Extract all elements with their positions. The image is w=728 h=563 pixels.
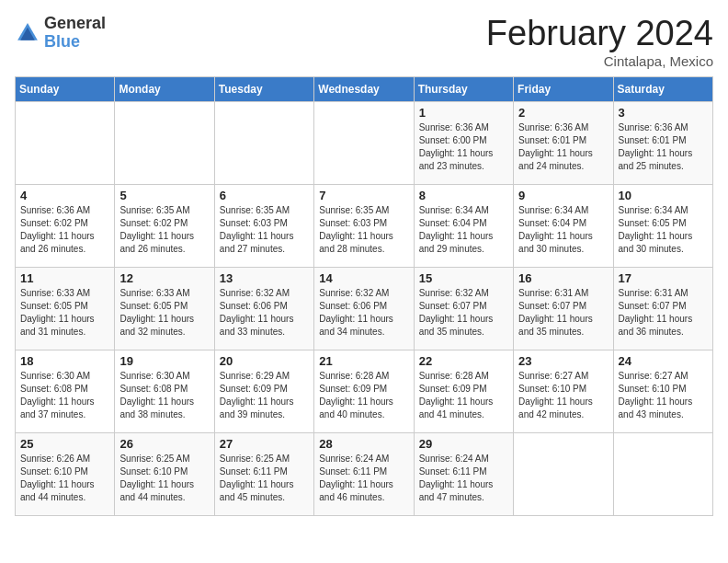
calendar-cell: 19Sunrise: 6:30 AM Sunset: 6:08 PM Dayli…: [115, 350, 214, 432]
day-number: 26: [119, 437, 209, 451]
calendar-cell: [514, 432, 613, 515]
calendar-cell: 7Sunrise: 6:35 AM Sunset: 6:03 PM Daylig…: [314, 184, 414, 267]
day-info: Sunrise: 6:36 AM Sunset: 6:01 PM Dayligh…: [619, 121, 708, 173]
weekday-header: Friday: [514, 76, 613, 101]
calendar-cell: [314, 101, 414, 184]
calendar-cell: 1Sunrise: 6:36 AM Sunset: 6:00 PM Daylig…: [414, 101, 513, 184]
calendar-cell: [16, 101, 115, 184]
calendar-cell: 14Sunrise: 6:32 AM Sunset: 6:06 PM Dayli…: [314, 267, 414, 350]
calendar-cell: 13Sunrise: 6:32 AM Sunset: 6:06 PM Dayli…: [214, 267, 313, 350]
day-number: 11: [20, 271, 109, 285]
day-number: 10: [619, 189, 708, 202]
day-number: 6: [220, 189, 309, 202]
day-number: 24: [619, 354, 708, 368]
day-info: Sunrise: 6:27 AM Sunset: 6:10 PM Dayligh…: [518, 370, 608, 421]
day-number: 2: [518, 106, 608, 120]
weekday-header: Tuesday: [214, 76, 313, 101]
calendar-week-row: 11Sunrise: 6:33 AM Sunset: 6:05 PM Dayli…: [16, 267, 713, 350]
day-number: 9: [518, 189, 608, 202]
day-info: Sunrise: 6:36 AM Sunset: 6:00 PM Dayligh…: [419, 121, 508, 173]
calendar-cell: 15Sunrise: 6:32 AM Sunset: 6:07 PM Dayli…: [414, 267, 513, 350]
day-number: 28: [319, 437, 408, 451]
calendar-cell: 5Sunrise: 6:35 AM Sunset: 6:02 PM Daylig…: [115, 184, 214, 267]
weekday-header-row: SundayMondayTuesdayWednesdayThursdayFrid…: [16, 76, 713, 101]
calendar-week-row: 4Sunrise: 6:36 AM Sunset: 6:02 PM Daylig…: [16, 184, 713, 267]
day-info: Sunrise: 6:27 AM Sunset: 6:10 PM Dayligh…: [619, 370, 708, 421]
day-number: 12: [119, 271, 209, 285]
day-number: 4: [20, 189, 109, 202]
day-info: Sunrise: 6:32 AM Sunset: 6:07 PM Dayligh…: [419, 287, 508, 339]
calendar-cell: 11Sunrise: 6:33 AM Sunset: 6:05 PM Dayli…: [16, 267, 115, 350]
logo-icon: [15, 20, 40, 46]
calendar-cell: 12Sunrise: 6:33 AM Sunset: 6:05 PM Dayli…: [115, 267, 214, 350]
day-info: Sunrise: 6:25 AM Sunset: 6:11 PM Dayligh…: [220, 453, 309, 504]
day-number: 16: [518, 271, 608, 285]
day-info: Sunrise: 6:34 AM Sunset: 6:04 PM Dayligh…: [518, 204, 608, 256]
day-number: 13: [220, 271, 309, 285]
calendar-cell: 18Sunrise: 6:30 AM Sunset: 6:08 PM Dayli…: [16, 350, 115, 432]
logo-blue: Blue: [44, 32, 80, 51]
day-number: 25: [20, 437, 109, 451]
day-number: 14: [319, 271, 408, 285]
day-number: 20: [220, 354, 309, 368]
day-number: 29: [419, 437, 508, 451]
calendar-cell: [214, 101, 313, 184]
weekday-header: Wednesday: [314, 76, 414, 101]
day-info: Sunrise: 6:30 AM Sunset: 6:08 PM Dayligh…: [20, 370, 109, 421]
day-number: 5: [119, 189, 209, 202]
month-title: February 2024: [486, 15, 713, 53]
calendar-cell: 6Sunrise: 6:35 AM Sunset: 6:03 PM Daylig…: [214, 184, 313, 267]
calendar-cell: 16Sunrise: 6:31 AM Sunset: 6:07 PM Dayli…: [514, 267, 613, 350]
day-info: Sunrise: 6:25 AM Sunset: 6:10 PM Dayligh…: [119, 453, 209, 504]
day-info: Sunrise: 6:34 AM Sunset: 6:05 PM Dayligh…: [619, 204, 708, 256]
day-info: Sunrise: 6:35 AM Sunset: 6:03 PM Dayligh…: [220, 204, 309, 256]
day-number: 1: [419, 106, 508, 120]
calendar-cell: 3Sunrise: 6:36 AM Sunset: 6:01 PM Daylig…: [613, 101, 712, 184]
calendar-week-row: 1Sunrise: 6:36 AM Sunset: 6:00 PM Daylig…: [16, 101, 713, 184]
day-number: 22: [419, 354, 508, 368]
day-number: 19: [119, 354, 209, 368]
day-info: Sunrise: 6:35 AM Sunset: 6:03 PM Dayligh…: [319, 204, 408, 256]
weekday-header: Monday: [115, 76, 214, 101]
calendar-cell: 9Sunrise: 6:34 AM Sunset: 6:04 PM Daylig…: [514, 184, 613, 267]
day-info: Sunrise: 6:30 AM Sunset: 6:08 PM Dayligh…: [119, 370, 209, 421]
logo-general: General: [44, 14, 106, 32]
title-block: February 2024 Cintalapa, Mexico: [486, 15, 713, 69]
day-number: 23: [518, 354, 608, 368]
calendar-cell: 10Sunrise: 6:34 AM Sunset: 6:05 PM Dayli…: [613, 184, 712, 267]
calendar-cell: 27Sunrise: 6:25 AM Sunset: 6:11 PM Dayli…: [214, 432, 313, 515]
calendar-cell: 20Sunrise: 6:29 AM Sunset: 6:09 PM Dayli…: [214, 350, 313, 432]
calendar-cell: 29Sunrise: 6:24 AM Sunset: 6:11 PM Dayli…: [414, 432, 513, 515]
calendar-cell: [613, 432, 712, 515]
day-info: Sunrise: 6:24 AM Sunset: 6:11 PM Dayligh…: [319, 453, 408, 504]
weekday-header: Saturday: [613, 76, 712, 101]
location: Cintalapa, Mexico: [486, 53, 713, 69]
calendar-cell: 24Sunrise: 6:27 AM Sunset: 6:10 PM Dayli…: [613, 350, 712, 432]
day-info: Sunrise: 6:24 AM Sunset: 6:11 PM Dayligh…: [419, 453, 508, 504]
logo-text: General Blue: [44, 15, 106, 52]
day-info: Sunrise: 6:36 AM Sunset: 6:02 PM Dayligh…: [20, 204, 109, 256]
calendar-week-row: 25Sunrise: 6:26 AM Sunset: 6:10 PM Dayli…: [16, 432, 713, 515]
calendar-cell: 2Sunrise: 6:36 AM Sunset: 6:01 PM Daylig…: [514, 101, 613, 184]
calendar-cell: 4Sunrise: 6:36 AM Sunset: 6:02 PM Daylig…: [16, 184, 115, 267]
day-number: 3: [619, 106, 708, 120]
calendar-week-row: 18Sunrise: 6:30 AM Sunset: 6:08 PM Dayli…: [16, 350, 713, 432]
day-info: Sunrise: 6:28 AM Sunset: 6:09 PM Dayligh…: [419, 370, 508, 421]
calendar-cell: 26Sunrise: 6:25 AM Sunset: 6:10 PM Dayli…: [115, 432, 214, 515]
day-info: Sunrise: 6:26 AM Sunset: 6:10 PM Dayligh…: [20, 453, 109, 504]
day-number: 7: [319, 189, 408, 202]
day-number: 27: [220, 437, 309, 451]
day-info: Sunrise: 6:34 AM Sunset: 6:04 PM Dayligh…: [419, 204, 508, 256]
day-info: Sunrise: 6:35 AM Sunset: 6:02 PM Dayligh…: [119, 204, 209, 256]
day-info: Sunrise: 6:31 AM Sunset: 6:07 PM Dayligh…: [518, 287, 608, 339]
calendar-cell: 21Sunrise: 6:28 AM Sunset: 6:09 PM Dayli…: [314, 350, 414, 432]
logo: General Blue: [15, 15, 106, 52]
calendar-cell: 22Sunrise: 6:28 AM Sunset: 6:09 PM Dayli…: [414, 350, 513, 432]
calendar-cell: 23Sunrise: 6:27 AM Sunset: 6:10 PM Dayli…: [514, 350, 613, 432]
day-number: 18: [20, 354, 109, 368]
day-info: Sunrise: 6:32 AM Sunset: 6:06 PM Dayligh…: [220, 287, 309, 339]
day-info: Sunrise: 6:31 AM Sunset: 6:07 PM Dayligh…: [619, 287, 708, 339]
day-number: 21: [319, 354, 408, 368]
calendar-cell: 25Sunrise: 6:26 AM Sunset: 6:10 PM Dayli…: [16, 432, 115, 515]
day-number: 15: [419, 271, 508, 285]
